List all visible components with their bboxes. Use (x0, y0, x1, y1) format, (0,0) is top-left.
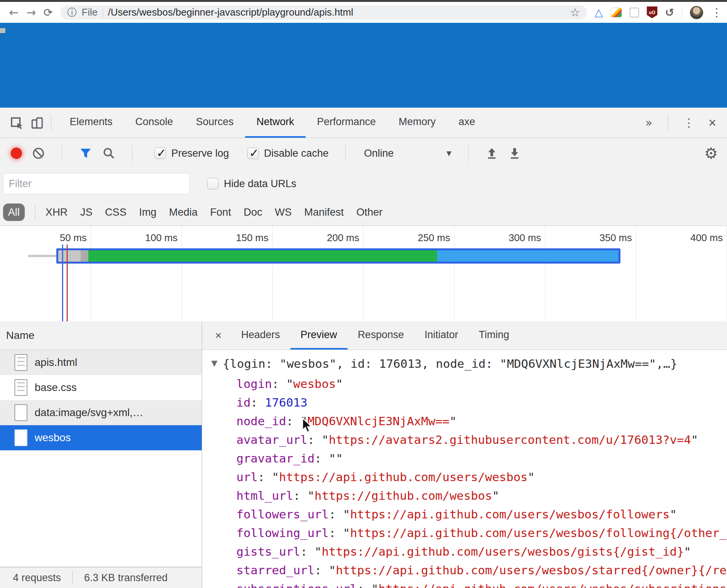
preserve-log-checkbox[interactable] (155, 148, 166, 159)
request-name: apis.html (35, 356, 77, 369)
request-type-filters: AllXHRJSCSSImgMediaFontDocWSManifestOthe… (0, 199, 727, 226)
property-colon: : (314, 563, 328, 577)
filter-pill-doc[interactable]: Doc (244, 206, 262, 218)
tab-sources[interactable]: Sources (185, 108, 245, 138)
tab-network[interactable]: Network (245, 108, 306, 138)
detail-tab-response[interactable]: Response (348, 321, 415, 350)
detail-tab-preview[interactable]: Preview (290, 321, 348, 350)
load-event-line (67, 245, 68, 321)
preview-json-tree: ▼{login: "wesbos", id: 176013, node_id: … (202, 350, 727, 588)
devtools-tab-bar: ElementsConsoleSourcesNetworkPerformance… (0, 108, 727, 138)
tab-elements[interactable]: Elements (58, 108, 124, 138)
property-colon: : (300, 545, 314, 558)
tab-console[interactable]: Console (124, 108, 185, 138)
more-tabs-icon[interactable]: » (640, 116, 658, 129)
history-extension-icon[interactable]: ↺ (665, 6, 674, 19)
url-scheme-label: File (82, 6, 98, 18)
document-icon (14, 354, 27, 371)
transferred-size: 6.3 KB transferred (84, 572, 167, 584)
ublock-extension-icon[interactable]: uO (647, 6, 657, 18)
image-extension-icon[interactable] (611, 8, 622, 17)
waterfall-segment-pending-blue (437, 250, 619, 262)
quote: " (343, 507, 350, 521)
detail-tab-headers[interactable]: Headers (231, 321, 290, 350)
filter-pill-xhr[interactable]: XHR (46, 206, 68, 218)
search-icon[interactable] (102, 147, 115, 160)
property-colon: : (314, 451, 328, 465)
gear-icon[interactable]: ⚙ (704, 145, 718, 162)
network-toolbar: Preserve log Disable cache Online ▼ ⚙ (0, 138, 727, 168)
name-column-header[interactable]: Name (0, 321, 202, 350)
quote: " (336, 451, 343, 465)
inspect-element-icon[interactable] (10, 116, 24, 130)
hide-data-urls-checkbox[interactable] (207, 178, 218, 189)
property-key: subscriptions_url (236, 582, 357, 588)
devtools-close-icon[interactable]: × (703, 115, 722, 131)
export-har-icon[interactable] (508, 146, 521, 160)
tab-memory[interactable]: Memory (387, 108, 447, 138)
detail-tab-initiator[interactable]: Initiator (414, 321, 469, 350)
filter-pill-font[interactable]: Font (210, 206, 231, 218)
browser-menu-icon[interactable]: ⋮ (711, 6, 722, 19)
clear-icon[interactable] (32, 147, 45, 160)
throttling-select[interactable]: Online ▼ (364, 148, 451, 159)
forward-icon[interactable]: → (26, 6, 36, 19)
property-value-string: wesbos (293, 377, 336, 391)
filter-pill-all[interactable]: All (3, 203, 25, 221)
network-overview[interactable]: 50 ms100 ms150 ms200 ms250 ms300 ms350 m… (0, 226, 727, 321)
filter-pill-css[interactable]: CSS (105, 206, 127, 218)
property-colon: : (286, 414, 300, 428)
timeline-column: 50 ms (0, 226, 91, 321)
filter-funnel-icon[interactable] (79, 147, 92, 160)
property-value-string: MDQ6VXNlcjE3NjAxMw== (308, 414, 450, 428)
filter-input[interactable] (3, 173, 190, 194)
property-colon: : (272, 377, 286, 391)
preview-property-row: node_id: "MDQ6VXNlcjE3NjAxMw==" (211, 412, 727, 431)
axe-extension-icon[interactable]: △ (595, 6, 603, 19)
property-value-string: https://api.github.com/users/wesbos/foll… (350, 507, 670, 521)
filter-pill-other[interactable]: Other (356, 206, 383, 218)
address-bar[interactable]: ⓘ File /Users/wesbos/beginner-javascript… (61, 5, 587, 20)
tab-axe[interactable]: axe (447, 108, 487, 138)
request-row[interactable]: apis.html (0, 350, 202, 375)
filter-pill-media[interactable]: Media (169, 206, 198, 218)
status-divider (72, 571, 73, 585)
avatar[interactable] (690, 6, 703, 19)
close-details-icon[interactable]: × (206, 329, 231, 342)
property-colon: : (329, 526, 343, 540)
toolbar-divider (132, 145, 132, 162)
quote: " (329, 451, 336, 465)
record-button[interactable] (11, 148, 22, 159)
filter-pill-img[interactable]: Img (139, 206, 156, 218)
info-icon[interactable]: ⓘ (67, 6, 77, 19)
reload-icon[interactable]: ⟳ (43, 6, 53, 19)
filter-pill-js[interactable]: JS (80, 206, 92, 218)
back-icon[interactable]: ← (9, 6, 19, 19)
request-row[interactable]: data:image/svg+xml,… (0, 400, 202, 425)
property-key: id (236, 396, 250, 409)
request-row[interactable]: wesbos (0, 425, 202, 450)
preview-property-row: gravatar_id: "" (211, 449, 727, 468)
disclosure-triangle-icon[interactable]: ▼ (211, 354, 217, 373)
quote: " (322, 433, 329, 447)
preview-object-summary[interactable]: ▼{login: "wesbos", id: 176013, node_id: … (211, 354, 727, 375)
blank-extension-icon[interactable] (630, 8, 639, 17)
import-har-icon[interactable] (485, 146, 498, 160)
device-toolbar-icon[interactable] (30, 116, 44, 130)
request-name: data:image/svg+xml,… (35, 407, 143, 419)
requests-panel: Name apis.htmlbase.cssdata:image/svg+xml… (0, 321, 202, 588)
bookmark-star-icon[interactable]: ☆ (570, 6, 580, 19)
quote: " (336, 377, 343, 391)
timeline-column: 200 ms (273, 226, 364, 321)
property-key: gists_url (236, 545, 300, 558)
toolbar-divider (345, 145, 346, 162)
filter-pill-ws[interactable]: WS (275, 206, 292, 218)
request-row[interactable]: base.css (0, 375, 202, 400)
devtools-menu-icon[interactable]: ⋮ (678, 116, 700, 129)
property-value-string: https://api.github.com/users/wesbos/star… (336, 563, 727, 577)
toolbar-divider (62, 145, 62, 162)
detail-tab-timing[interactable]: Timing (469, 321, 520, 350)
disable-cache-checkbox[interactable] (247, 148, 259, 159)
tab-performance[interactable]: Performance (306, 108, 387, 138)
filter-pill-manifest[interactable]: Manifest (304, 206, 344, 218)
